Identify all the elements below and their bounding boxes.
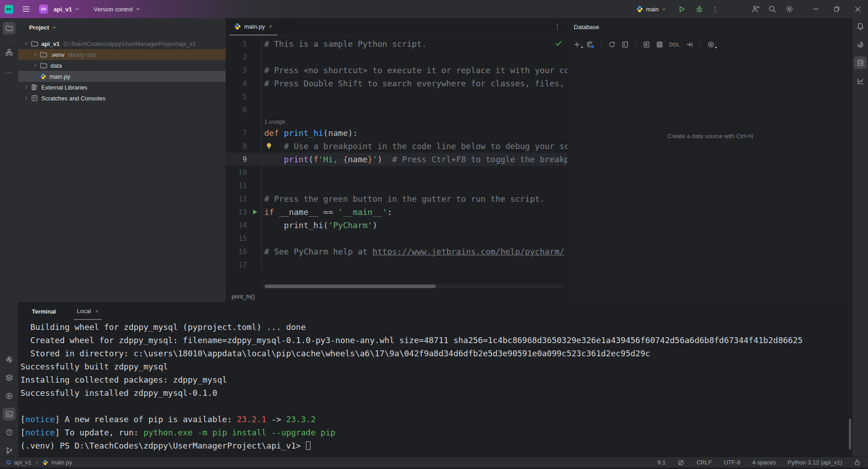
close-tab-icon[interactable] (268, 24, 273, 29)
project-panel-header[interactable]: Project (18, 18, 226, 36)
editor-line-12[interactable]: 12# Press the green button in the gutter… (226, 192, 567, 205)
project-tree-row-data[interactable]: data (18, 60, 226, 71)
minimize-button[interactable] (805, 0, 826, 18)
more-actions-button[interactable]: ⋮ (707, 0, 723, 18)
jump-to-console-button[interactable] (686, 41, 693, 48)
chevron-right-icon (35, 460, 39, 465)
editor-line-4[interactable]: 4# Press Double Shift to search everywhe… (226, 77, 567, 90)
query-console-button[interactable] (643, 41, 650, 48)
inspections-ok-icon[interactable] (555, 40, 562, 47)
new-datasource-button[interactable] (573, 41, 581, 48)
terminal-line: Stored in directory: c:\users\18010\appd… (20, 347, 839, 360)
chevron-down-icon[interactable] (22, 41, 31, 46)
unlock-icon[interactable] (854, 459, 861, 466)
editor-line-3[interactable]: 3# Press <no shortcut> to execute it or … (226, 64, 567, 77)
editor-line-13[interactable]: 13if __name__ == '__main__': (226, 205, 567, 219)
database-panel-header: Database (568, 18, 853, 36)
tab-main-py[interactable]: main.py (229, 18, 277, 35)
ai-assistant-button[interactable] (854, 38, 867, 51)
editor-line-9[interactable]: 9 print(f'Hi, {name}') # Press Ctrl+F8 t… (226, 153, 567, 166)
usage-inlay-hint[interactable]: .1 usage (226, 116, 567, 126)
line-separator[interactable]: CRLF (696, 459, 712, 466)
editor-line-7[interactable]: 7def print_hi(name): (226, 126, 567, 140)
project-selector[interactable]: api_v1 (54, 6, 80, 13)
statusbar: api_v1 main.py 9:1 CRLF UTF-8 4 spaces P… (0, 457, 868, 468)
run-gutter-icon[interactable] (252, 209, 258, 215)
project-tree-row-scratches-and-consoles[interactable]: Scratches and Consoles (18, 93, 226, 104)
editor-line-8[interactable]: 8 # Use a breakpoint in the code line be… (226, 140, 567, 153)
editor-options-icon[interactable]: ⋮ (554, 22, 561, 31)
restore-button[interactable] (826, 0, 847, 18)
stop-button[interactable] (621, 41, 629, 48)
titlebar: PC AV api_v1 Version control main ⋮ (0, 0, 868, 18)
intention-bulb-icon[interactable] (266, 143, 272, 150)
file-encoding[interactable]: UTF-8 (724, 459, 740, 466)
line-number: 16 (226, 245, 262, 258)
python-packages-tool-button[interactable] (3, 371, 15, 384)
code-with-me-button[interactable] (747, 0, 764, 18)
version-control-menu[interactable]: Version control (94, 6, 141, 13)
project-tree-row--venv[interactable]: .venvlibrary root (18, 49, 226, 60)
editor-line-14[interactable]: 14 print_hi('PyCharm') (226, 219, 567, 232)
endpoints-tool-button[interactable] (854, 75, 867, 87)
debug-button[interactable] (691, 0, 707, 18)
chevron-right-icon[interactable] (31, 52, 40, 57)
datasource-properties-button[interactable] (587, 41, 594, 49)
editor-line-5[interactable]: 5 (226, 90, 567, 103)
database-tool-button[interactable] (854, 56, 867, 69)
hscrollbar-thumb[interactable] (265, 284, 436, 288)
editor-hscrollbar[interactable] (262, 284, 564, 288)
notifications-button[interactable] (854, 20, 867, 33)
caret-position[interactable]: 9:1 (657, 459, 666, 466)
active-connection-button[interactable] (707, 41, 715, 48)
table-view-button[interactable] (656, 41, 663, 48)
highlighting-level-icon[interactable] (677, 459, 685, 466)
git-branch-icon (5, 447, 13, 454)
project-tree-row-api-v1[interactable]: api_v1D:\TeachCodes\zdppy\UserManagerPro… (18, 38, 226, 49)
search-everywhere-button[interactable] (764, 0, 781, 18)
structure-tool-button[interactable] (3, 46, 15, 59)
commit-tool-button[interactable] (3, 444, 15, 457)
terminal-output[interactable]: Building wheel for zdppy_mysql (pyprojec… (20, 320, 839, 452)
services-tool-button[interactable] (3, 389, 15, 402)
editor-line-11[interactable]: 11 (226, 179, 567, 192)
python-interpreter[interactable]: Python 3.12 (api_v1) (788, 459, 842, 466)
bell-icon (856, 22, 864, 30)
settings-button[interactable] (781, 0, 798, 18)
editor-line-17[interactable]: 17 (226, 258, 567, 271)
python-console-tool-button[interactable] (3, 353, 15, 366)
python-icon (234, 23, 241, 30)
ddl-button[interactable]: DDL (669, 42, 680, 47)
terminal-tool-button[interactable] (3, 408, 15, 420)
editor-line-16[interactable]: 16# See PyCharm help at https://www.jetb… (226, 245, 567, 258)
statusbar-breadcrumb[interactable]: api_v1 main.py (0, 459, 72, 466)
editor-line-15[interactable]: 15 (226, 232, 567, 245)
main-menu-icon[interactable] (22, 6, 30, 12)
terminal-line: [notice] To update, run: python.exe -m p… (20, 426, 839, 439)
close-button[interactable] (847, 0, 868, 18)
terminal-tab-local[interactable]: Local (74, 303, 102, 320)
terminal-scrollbar-thumb[interactable] (849, 419, 851, 449)
chevron-right-icon[interactable] (31, 63, 40, 68)
breadcrumb[interactable]: print_hi() (226, 291, 567, 302)
editor-line-1[interactable]: 1# This is a sample Python script. (226, 37, 567, 50)
indent-style[interactable]: 4 spaces (752, 459, 776, 466)
run-configuration-selector[interactable]: main (636, 5, 666, 13)
chevron-right-icon[interactable] (22, 85, 31, 90)
code-area[interactable]: 1# This is a sample Python script.23# Pr… (226, 35, 567, 291)
editor-line-6[interactable]: 6 (226, 103, 567, 116)
project-tree-row-external-libraries[interactable]: External Libraries (18, 82, 226, 93)
chevron-right-icon[interactable] (22, 95, 31, 101)
terminal-title[interactable]: Terminal (32, 308, 56, 315)
refresh-button[interactable] (608, 41, 616, 48)
editor-line-2[interactable]: 2 (226, 50, 567, 64)
project-tree-row-main-py[interactable]: main.py (18, 71, 226, 82)
run-button[interactable] (673, 0, 691, 18)
project-tool-button[interactable] (3, 22, 15, 35)
close-tab-icon[interactable] (95, 309, 99, 313)
editor-line-10[interactable]: 10 (226, 166, 567, 179)
problems-tool-button[interactable] (3, 426, 15, 439)
more-tool-windows-button[interactable]: … (3, 64, 15, 77)
folder-icon (40, 51, 47, 58)
structure-icon (5, 49, 13, 56)
